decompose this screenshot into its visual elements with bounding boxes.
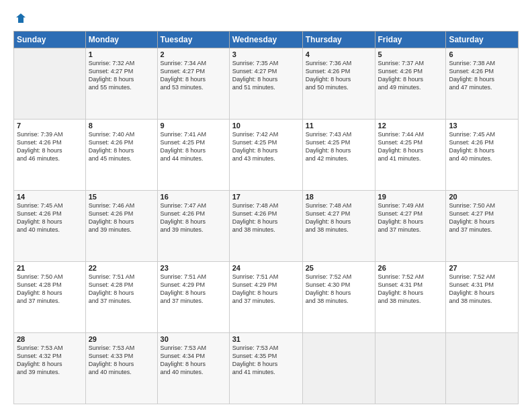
day-cell: 28Sunrise: 7:53 AM Sunset: 4:32 PM Dayli… — [14, 333, 86, 404]
day-of-week-friday: Friday — [375, 32, 446, 48]
logo — [13, 12, 27, 24]
day-number: 7 — [17, 122, 83, 130]
day-info: Sunrise: 7:32 AM Sunset: 4:27 PM Dayligh… — [89, 59, 154, 92]
day-info: Sunrise: 7:51 AM Sunset: 4:29 PM Dayligh… — [161, 273, 226, 306]
day-info: Sunrise: 7:46 AM Sunset: 4:26 PM Dayligh… — [89, 201, 154, 234]
day-of-week-monday: Monday — [85, 32, 157, 48]
day-cell: 17Sunrise: 7:48 AM Sunset: 4:26 PM Dayli… — [229, 191, 302, 262]
day-info: Sunrise: 7:52 AM Sunset: 4:31 PM Dayligh… — [449, 273, 515, 306]
day-cell: 6Sunrise: 7:38 AM Sunset: 4:26 PM Daylig… — [446, 48, 519, 120]
day-number: 26 — [378, 264, 443, 272]
svg-marker-0 — [16, 13, 26, 23]
day-number: 23 — [161, 264, 226, 272]
day-number: 4 — [306, 50, 372, 58]
day-cell: 8Sunrise: 7:40 AM Sunset: 4:26 PM Daylig… — [85, 120, 157, 191]
day-number: 6 — [449, 50, 515, 58]
day-cell: 22Sunrise: 7:51 AM Sunset: 4:28 PM Dayli… — [85, 262, 157, 333]
day-number: 19 — [378, 193, 443, 201]
day-cell: 1Sunrise: 7:32 AM Sunset: 4:27 PM Daylig… — [85, 48, 157, 120]
day-info: Sunrise: 7:48 AM Sunset: 4:27 PM Dayligh… — [306, 201, 372, 234]
day-cell: 21Sunrise: 7:50 AM Sunset: 4:28 PM Dayli… — [14, 262, 86, 333]
day-cell — [375, 333, 446, 404]
day-number: 11 — [306, 122, 372, 130]
day-cell: 29Sunrise: 7:53 AM Sunset: 4:33 PM Dayli… — [85, 333, 157, 404]
day-number: 1 — [89, 50, 154, 58]
week-row-4: 21Sunrise: 7:50 AM Sunset: 4:28 PM Dayli… — [14, 262, 519, 333]
day-number: 9 — [161, 122, 226, 130]
day-info: Sunrise: 7:52 AM Sunset: 4:30 PM Dayligh… — [306, 273, 372, 306]
day-cell: 30Sunrise: 7:53 AM Sunset: 4:34 PM Dayli… — [157, 333, 229, 404]
day-of-week-wednesday: Wednesday — [229, 32, 302, 48]
calendar-body: 1Sunrise: 7:32 AM Sunset: 4:27 PM Daylig… — [14, 48, 519, 404]
day-number: 14 — [17, 193, 83, 201]
day-cell: 2Sunrise: 7:34 AM Sunset: 4:27 PM Daylig… — [157, 48, 229, 120]
day-info: Sunrise: 7:38 AM Sunset: 4:26 PM Dayligh… — [449, 59, 515, 92]
day-number: 28 — [17, 335, 83, 343]
day-info: Sunrise: 7:49 AM Sunset: 4:27 PM Dayligh… — [378, 201, 443, 234]
day-cell: 16Sunrise: 7:47 AM Sunset: 4:26 PM Dayli… — [157, 191, 229, 262]
day-info: Sunrise: 7:41 AM Sunset: 4:25 PM Dayligh… — [161, 130, 226, 163]
day-info: Sunrise: 7:47 AM Sunset: 4:26 PM Dayligh… — [161, 201, 226, 234]
week-row-2: 7Sunrise: 7:39 AM Sunset: 4:26 PM Daylig… — [14, 120, 519, 191]
day-cell: 7Sunrise: 7:39 AM Sunset: 4:26 PM Daylig… — [14, 120, 86, 191]
day-number: 18 — [306, 193, 372, 201]
day-info: Sunrise: 7:45 AM Sunset: 4:26 PM Dayligh… — [17, 201, 83, 234]
logo-icon — [15, 12, 27, 24]
day-info: Sunrise: 7:34 AM Sunset: 4:27 PM Dayligh… — [161, 59, 226, 92]
day-info: Sunrise: 7:43 AM Sunset: 4:25 PM Dayligh… — [306, 130, 372, 163]
day-cell: 19Sunrise: 7:49 AM Sunset: 4:27 PM Dayli… — [375, 191, 446, 262]
day-info: Sunrise: 7:52 AM Sunset: 4:31 PM Dayligh… — [378, 273, 443, 306]
day-cell: 20Sunrise: 7:50 AM Sunset: 4:27 PM Dayli… — [446, 191, 519, 262]
day-number: 17 — [232, 193, 300, 201]
day-number: 16 — [161, 193, 226, 201]
day-cell: 12Sunrise: 7:44 AM Sunset: 4:25 PM Dayli… — [375, 120, 446, 191]
calendar: SundayMondayTuesdayWednesdayThursdayFrid… — [13, 31, 519, 404]
day-info: Sunrise: 7:53 AM Sunset: 4:32 PM Dayligh… — [17, 344, 83, 377]
day-cell: 31Sunrise: 7:53 AM Sunset: 4:35 PM Dayli… — [229, 333, 302, 404]
day-info: Sunrise: 7:35 AM Sunset: 4:27 PM Dayligh… — [232, 59, 300, 92]
week-row-1: 1Sunrise: 7:32 AM Sunset: 4:27 PM Daylig… — [14, 48, 519, 120]
day-of-week-saturday: Saturday — [446, 32, 519, 48]
day-number: 10 — [232, 122, 300, 130]
day-number: 2 — [161, 50, 226, 58]
header — [13, 12, 519, 24]
day-info: Sunrise: 7:53 AM Sunset: 4:33 PM Dayligh… — [89, 344, 154, 377]
day-cell: 23Sunrise: 7:51 AM Sunset: 4:29 PM Dayli… — [157, 262, 229, 333]
day-cell — [14, 48, 86, 120]
day-of-week-thursday: Thursday — [302, 32, 375, 48]
day-number: 22 — [89, 264, 154, 272]
day-info: Sunrise: 7:45 AM Sunset: 4:26 PM Dayligh… — [449, 130, 515, 163]
day-info: Sunrise: 7:53 AM Sunset: 4:34 PM Dayligh… — [161, 344, 226, 377]
day-info: Sunrise: 7:51 AM Sunset: 4:29 PM Dayligh… — [232, 273, 300, 306]
day-info: Sunrise: 7:42 AM Sunset: 4:25 PM Dayligh… — [232, 130, 300, 163]
day-cell: 27Sunrise: 7:52 AM Sunset: 4:31 PM Dayli… — [446, 262, 519, 333]
day-number: 3 — [232, 50, 300, 58]
day-number: 24 — [232, 264, 300, 272]
day-info: Sunrise: 7:44 AM Sunset: 4:25 PM Dayligh… — [378, 130, 443, 163]
day-cell: 14Sunrise: 7:45 AM Sunset: 4:26 PM Dayli… — [14, 191, 86, 262]
week-row-3: 14Sunrise: 7:45 AM Sunset: 4:26 PM Dayli… — [14, 191, 519, 262]
header-row: SundayMondayTuesdayWednesdayThursdayFrid… — [14, 32, 519, 48]
day-of-week-tuesday: Tuesday — [157, 32, 229, 48]
day-info: Sunrise: 7:39 AM Sunset: 4:26 PM Dayligh… — [17, 130, 83, 163]
week-row-5: 28Sunrise: 7:53 AM Sunset: 4:32 PM Dayli… — [14, 333, 519, 404]
day-info: Sunrise: 7:51 AM Sunset: 4:28 PM Dayligh… — [89, 273, 154, 306]
day-number: 31 — [232, 335, 300, 343]
day-of-week-sunday: Sunday — [14, 32, 86, 48]
day-cell: 15Sunrise: 7:46 AM Sunset: 4:26 PM Dayli… — [85, 191, 157, 262]
calendar-header: SundayMondayTuesdayWednesdayThursdayFrid… — [14, 32, 519, 48]
day-cell: 4Sunrise: 7:36 AM Sunset: 4:26 PM Daylig… — [302, 48, 375, 120]
day-info: Sunrise: 7:50 AM Sunset: 4:27 PM Dayligh… — [449, 201, 515, 234]
day-number: 27 — [449, 264, 515, 272]
day-cell: 13Sunrise: 7:45 AM Sunset: 4:26 PM Dayli… — [446, 120, 519, 191]
day-number: 20 — [449, 193, 515, 201]
day-cell: 11Sunrise: 7:43 AM Sunset: 4:25 PM Dayli… — [302, 120, 375, 191]
day-cell — [446, 333, 519, 404]
day-cell — [302, 333, 375, 404]
day-cell: 25Sunrise: 7:52 AM Sunset: 4:30 PM Dayli… — [302, 262, 375, 333]
day-number: 21 — [17, 264, 83, 272]
page: SundayMondayTuesdayWednesdayThursdayFrid… — [0, 0, 532, 411]
day-cell: 9Sunrise: 7:41 AM Sunset: 4:25 PM Daylig… — [157, 120, 229, 191]
day-number: 15 — [89, 193, 154, 201]
day-info: Sunrise: 7:40 AM Sunset: 4:26 PM Dayligh… — [89, 130, 154, 163]
